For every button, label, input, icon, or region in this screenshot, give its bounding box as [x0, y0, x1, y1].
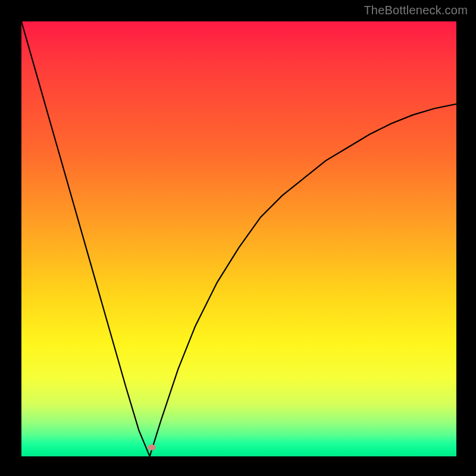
bottleneck-curve	[21, 21, 456, 456]
minimum-marker	[148, 444, 156, 450]
watermark-text: TheBottleneck.com	[364, 4, 468, 17]
curve-svg	[21, 21, 456, 456]
plot-area	[21, 21, 456, 456]
chart-frame: TheBottleneck.com	[0, 0, 476, 476]
